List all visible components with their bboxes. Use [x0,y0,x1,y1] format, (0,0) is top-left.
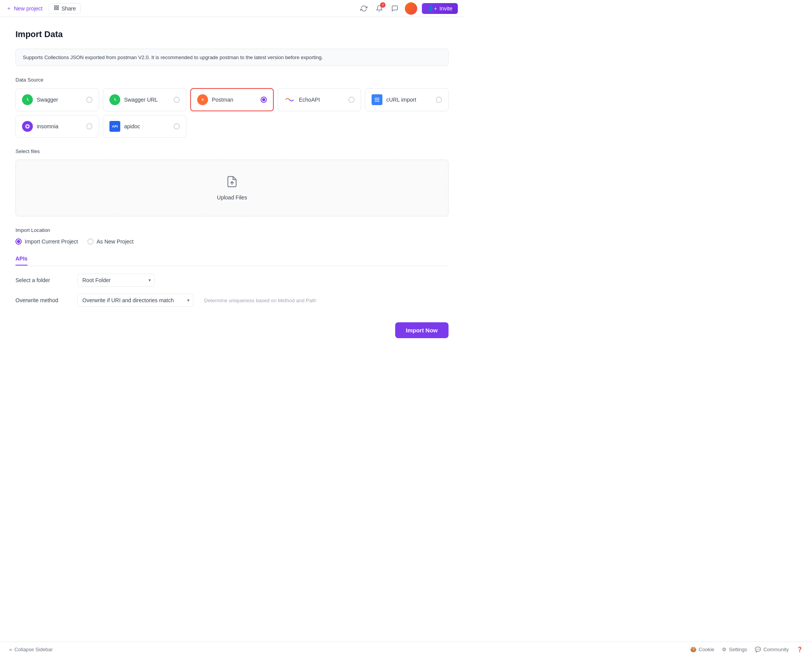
datasource-swagger-radio[interactable] [86,97,92,103]
datasource-swagger-url-radio[interactable] [174,97,180,103]
import-new-label: As New Project [97,238,134,245]
datasource-postman-label: Postman [212,97,233,103]
datasource-apidoc-inner: API apidoc [109,121,140,132]
page-title: Import Data [15,29,449,39]
datasource-item-postman[interactable]: Postman [190,88,274,111]
datasource-curl-label: cURL import [386,97,416,103]
insomnia-icon [22,121,33,132]
share-label: Share [61,5,76,12]
new-project-label: New project [14,5,43,12]
share-icon [54,5,59,12]
postman-icon [197,94,208,105]
import-location-radio-group: Import Current Project As New Project [15,238,449,245]
tabs: APIs [15,252,449,266]
datasource-curl-inner: cURL import [372,94,416,105]
folder-select-wrapper: Root Folder ▾ [77,274,155,287]
swagger-url-icon [109,94,120,105]
main-content: Import Data Supports Collections JSON ex… [0,17,464,351]
refresh-icon[interactable] [358,3,369,14]
upload-area[interactable]: Upload Files [15,160,449,216]
import-current-radio-inner [17,240,20,243]
folder-select[interactable]: Root Folder [77,274,155,287]
datasource-swagger-label: Swagger [37,97,58,103]
topbar-right: 7 👤+ Invite [358,2,458,15]
overwrite-row: Overwrite method Overwrite if URI and di… [15,294,449,307]
folder-row: Select a folder Root Folder ▾ [15,274,449,287]
overwrite-select[interactable]: Overwrite if URI and directories match [77,294,193,307]
svg-rect-3 [55,8,56,10]
message-icon[interactable] [389,3,400,14]
svg-point-8 [26,125,29,128]
invite-label: Invite [440,5,452,12]
datasource-insomnia-inner: insomnia [22,121,58,132]
import-location-label: Import Location [15,227,449,233]
datasource-postman-radio-inner [262,98,265,101]
svg-rect-2 [57,8,58,10]
datasource-item-insomnia[interactable]: insomnia [15,115,99,138]
datasource-swagger-url-inner: Swagger URL [109,94,158,105]
datasource-insomnia-label: insomnia [37,123,58,129]
share-button[interactable]: Share [49,3,81,14]
upload-text: Upload Files [217,194,247,201]
datasource-curl-radio[interactable] [436,97,442,103]
datasource-swagger-url-label: Swagger URL [124,97,158,103]
datasource-item-curl[interactable]: cURL import [365,88,449,111]
datasource-echoapi-radio[interactable] [348,97,355,103]
empty-cell-4 [278,115,361,138]
swagger-icon [22,94,33,105]
empty-cell-3 [190,115,274,138]
invite-icon: 👤+ [427,5,437,12]
datasource-swagger-inner: Swagger [22,94,58,105]
datasource-echoapi-inner: EchoAPI [284,94,320,105]
import-current-radio[interactable] [15,238,22,245]
datasource-postman-radio[interactable] [261,97,267,103]
datasource-insomnia-radio[interactable] [86,123,92,129]
import-now-container: Import Now [15,316,449,338]
datasource-item-swagger-url[interactable]: Swagger URL [103,88,186,111]
invite-button[interactable]: 👤+ Invite [422,3,458,14]
import-location: Import Location Import Current Project A… [15,227,449,245]
datasource-item-echoapi[interactable]: EchoAPI [278,88,361,111]
curl-icon [372,94,382,105]
upload-icon [226,175,238,191]
apidoc-icon: API [109,121,120,132]
overwrite-select-wrapper: Overwrite if URI and directories match ▾ [77,294,193,307]
datasource-apidoc-radio[interactable] [174,123,180,129]
plus-icon: ＋ [6,5,12,12]
import-current-option[interactable]: Import Current Project [15,238,78,245]
avatar[interactable] [405,2,417,15]
echoapi-icon [284,94,295,105]
svg-rect-1 [57,6,58,7]
notification-badge: 7 [380,2,386,8]
datasource-item-apidoc[interactable]: API apidoc [103,115,186,138]
notification-icon[interactable]: 7 [374,3,385,14]
import-new-radio[interactable] [87,238,94,245]
info-text: Supports Collections JSON exported from … [23,54,323,60]
empty-cell-5 [365,115,449,138]
svg-rect-0 [55,6,56,7]
datasource-apidoc-label: apidoc [124,123,140,129]
topbar: ＋ New project Share 7 👤+ Invite [0,0,464,17]
datasource-item-swagger[interactable]: Swagger [15,88,99,111]
tab-apis[interactable]: APIs [15,252,27,266]
info-banner: Supports Collections JSON exported from … [15,49,449,66]
folder-label: Select a folder [15,277,70,283]
overwrite-label: Overwrite method [15,297,70,303]
datasource-grid-row2: insomnia API apidoc [15,115,449,138]
data-source-label: Data Source [15,77,449,83]
select-files-label: Select files [15,148,449,154]
import-new-option[interactable]: As New Project [87,238,134,245]
import-current-label: Import Current Project [25,238,78,245]
new-project-button[interactable]: ＋ New project [6,5,43,12]
overwrite-hint: Determine uniqueness based on Method and… [204,298,316,303]
import-now-button[interactable]: Import Now [395,322,449,338]
datasource-echoapi-label: EchoAPI [299,97,320,103]
datasource-postman-inner: Postman [197,94,233,105]
topbar-left: ＋ New project Share [6,3,81,14]
datasource-grid-row1: Swagger Swagger URL Postman [15,88,449,111]
